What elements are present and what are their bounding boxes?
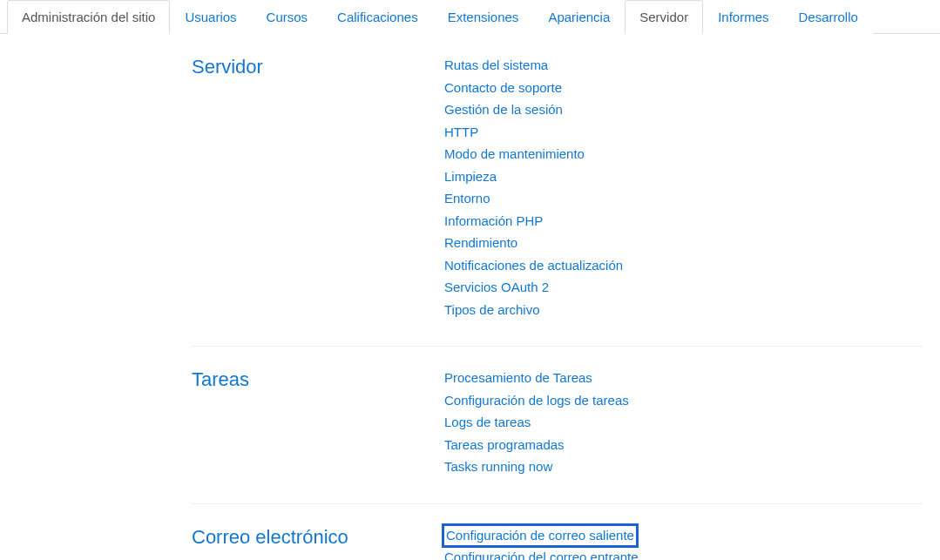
section-title: Tareas — [192, 368, 444, 477]
link-task-log-config[interactable]: Configuración de logs de tareas — [444, 391, 629, 411]
link-file-types[interactable]: Tipos de archivo — [444, 300, 540, 320]
section-title: Servidor — [192, 56, 444, 320]
link-update-notifications[interactable]: Notificaciones de actualización — [444, 256, 623, 276]
link-environment[interactable]: Entorno — [444, 189, 490, 209]
link-task-logs[interactable]: Logs de tareas — [444, 413, 531, 433]
link-oauth2-services[interactable]: Servicios OAuth 2 — [444, 278, 549, 298]
tab-site-admin[interactable]: Administración del sitio — [7, 0, 170, 34]
tab-server[interactable]: Servidor — [625, 0, 703, 34]
tab-appearance[interactable]: Apariencia — [533, 0, 625, 34]
tab-courses[interactable]: Cursos — [252, 0, 323, 34]
link-scheduled-tasks[interactable]: Tareas programadas — [444, 435, 565, 455]
section-tareas: Tareas Procesamiento de Tareas Configura… — [192, 368, 923, 504]
tab-reports[interactable]: Informes — [703, 0, 783, 34]
link-outgoing-mail-config[interactable]: Configuración de correo saliente — [444, 526, 636, 546]
tab-grades[interactable]: Calificaciones — [322, 0, 433, 34]
link-maintenance-mode[interactable]: Modo de mantenimiento — [444, 145, 585, 165]
section-servidor: Servidor Rutas del sistema Contacto de s… — [192, 56, 923, 347]
tab-plugins[interactable]: Extensiones — [433, 0, 534, 34]
section-links: Rutas del sistema Contacto de soporte Ge… — [444, 56, 623, 320]
link-session-handling[interactable]: Gestión de la sesión — [444, 100, 563, 120]
section-links: Configuración de correo saliente Configu… — [444, 526, 639, 561]
settings-content: Servidor Rutas del sistema Contacto de s… — [0, 34, 940, 560]
section-email: Correo electrónico Configuración de corr… — [192, 526, 923, 561]
link-php-info[interactable]: Información PHP — [444, 212, 543, 232]
link-system-paths[interactable]: Rutas del sistema — [444, 56, 548, 76]
link-support-contact[interactable]: Contacto de soporte — [444, 78, 562, 98]
tab-users[interactable]: Usuarios — [170, 0, 251, 34]
link-tasks-running[interactable]: Tasks running now — [444, 457, 552, 477]
section-title: Correo electrónico — [192, 526, 444, 561]
link-cleanup[interactable]: Limpieza — [444, 167, 497, 187]
tab-development[interactable]: Desarrollo — [783, 0, 872, 34]
link-task-processing[interactable]: Procesamiento de Tareas — [444, 368, 592, 388]
link-performance[interactable]: Rendimiento — [444, 233, 517, 253]
admin-tabs: Administración del sitio Usuarios Cursos… — [0, 0, 940, 34]
link-http[interactable]: HTTP — [444, 123, 478, 143]
section-links: Procesamiento de Tareas Configuración de… — [444, 368, 629, 477]
link-incoming-mail-config[interactable]: Configuración del correo entrante — [444, 548, 639, 560]
